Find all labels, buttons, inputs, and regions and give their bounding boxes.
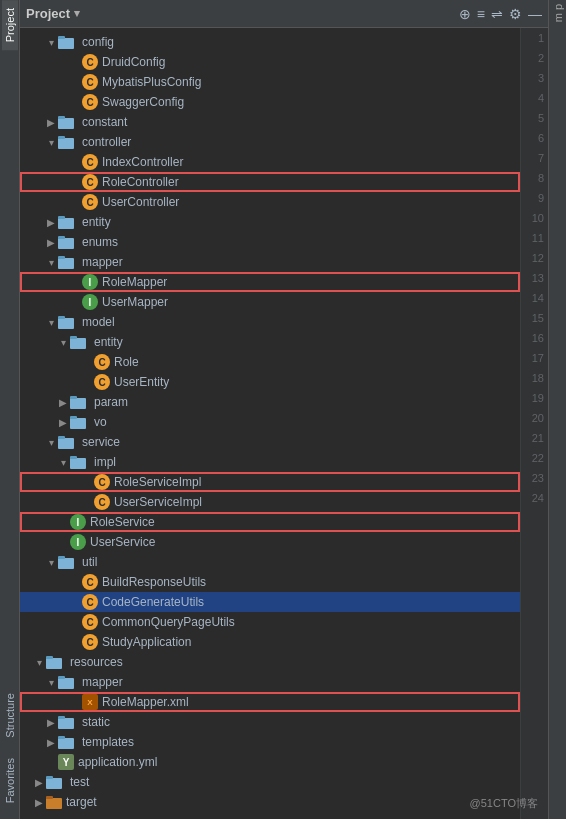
tree-item[interactable]: ▶target	[20, 792, 520, 812]
tree-item[interactable]: CCodeGenerateUtils	[20, 592, 520, 612]
minimize-icon[interactable]: —	[528, 6, 542, 22]
tree-item[interactable]: CRole	[20, 352, 520, 372]
file-type-icon: I	[70, 534, 86, 550]
tree-item-label: Role	[114, 355, 139, 369]
tree-item[interactable]: CUserController	[20, 192, 520, 212]
tree-item[interactable]: ▾model	[20, 312, 520, 332]
tree-item[interactable]: ▾controller	[20, 132, 520, 152]
tree-arrow-icon: ▾	[44, 137, 58, 148]
svg-rect-36	[46, 798, 62, 809]
line-number: 8	[538, 168, 544, 188]
collapse-all-icon[interactable]: ⇌	[491, 6, 503, 22]
file-type-icon: Y	[58, 754, 74, 770]
line-number: 22	[532, 448, 544, 468]
svg-rect-26	[46, 658, 62, 669]
tree-item[interactable]: ▶static	[20, 712, 520, 732]
line-number: 2	[538, 48, 544, 68]
tree-item[interactable]: ▶entity	[20, 212, 520, 232]
tree-item[interactable]: ▶constant	[20, 112, 520, 132]
side-tab-structure[interactable]: Structure	[2, 685, 18, 746]
line-number: 23	[532, 468, 544, 488]
svg-rect-2	[58, 118, 74, 129]
svg-rect-32	[58, 738, 74, 749]
tree-item[interactable]: ▶templates	[20, 732, 520, 752]
tree-item[interactable]: ▾service	[20, 432, 520, 452]
tree-item[interactable]: ▶param	[20, 392, 520, 412]
tree-item[interactable]: CIndexController	[20, 152, 520, 172]
svg-rect-16	[70, 398, 86, 409]
line-number: 1	[538, 28, 544, 48]
tree-item[interactable]: ▾entity	[20, 332, 520, 352]
file-type-icon	[58, 115, 78, 130]
svg-rect-4	[58, 138, 74, 149]
tree-item[interactable]: ▶enums	[20, 232, 520, 252]
line-number: 24	[532, 488, 544, 508]
right-side-panel: m p	[548, 0, 566, 819]
tree-item[interactable]: IUserMapper	[20, 292, 520, 312]
locate-icon[interactable]: ⊕	[459, 6, 471, 22]
file-type-icon: C	[82, 594, 98, 610]
tree-item[interactable]: ▾mapper	[20, 672, 520, 692]
tree-item[interactable]: CUserEntity	[20, 372, 520, 392]
tree-arrow-icon: ▶	[44, 717, 58, 728]
side-panel: Project Structure Favorites	[0, 0, 20, 819]
tree-item[interactable]: IRoleService	[20, 512, 520, 532]
tree-item[interactable]: CMybatisPlusConfig	[20, 72, 520, 92]
tree-item[interactable]: CCommonQueryPageUtils	[20, 612, 520, 632]
tree-item[interactable]: XRoleMapper.xml	[20, 692, 520, 712]
settings-icon[interactable]: ⚙	[509, 6, 522, 22]
tree-item-label: CommonQueryPageUtils	[102, 615, 235, 629]
svg-rect-1	[58, 36, 65, 39]
tree-item-label: application.yml	[78, 755, 157, 769]
tree-item[interactable]: CRoleController	[20, 172, 520, 192]
tree-arrow-icon: ▾	[32, 657, 46, 668]
tree-item[interactable]: ▾util	[20, 552, 520, 572]
svg-rect-17	[70, 396, 77, 399]
tree-item[interactable]: ▾impl	[20, 452, 520, 472]
tree-item-label: entity	[82, 215, 111, 229]
line-number: 12	[532, 248, 544, 268]
tree-item[interactable]: ▾mapper	[20, 252, 520, 272]
tree-item-label: test	[70, 775, 89, 789]
svg-rect-15	[70, 336, 77, 339]
tree-item[interactable]: IUserService	[20, 532, 520, 552]
file-type-icon	[46, 655, 66, 670]
svg-rect-35	[46, 776, 53, 779]
file-type-icon	[46, 775, 66, 790]
file-type-icon: C	[82, 154, 98, 170]
tree-item[interactable]: ▾config	[20, 32, 520, 52]
line-number: 11	[532, 228, 544, 248]
dropdown-arrow-icon[interactable]: ▾	[74, 7, 80, 20]
svg-rect-20	[58, 438, 74, 449]
tree-item[interactable]: ▶test	[20, 772, 520, 792]
file-type-icon: I	[70, 514, 86, 530]
tree-item[interactable]: CSwaggerConfig	[20, 92, 520, 112]
tree-item[interactable]: CStudyApplication	[20, 632, 520, 652]
file-type-icon	[58, 435, 78, 450]
tree-item[interactable]: ▶vo	[20, 412, 520, 432]
svg-rect-18	[70, 418, 86, 429]
tree-item-label: IndexController	[102, 155, 183, 169]
toolbar-title-area: Project ▾	[26, 6, 80, 21]
expand-all-icon[interactable]: ≡	[477, 6, 485, 22]
tree-item[interactable]: Yapplication.yml	[20, 752, 520, 772]
file-type-icon: C	[82, 634, 98, 650]
tree-item[interactable]: ▾resources	[20, 652, 520, 672]
tree-item[interactable]: CBuildResponseUtils	[20, 572, 520, 592]
tree-item[interactable]: CDruidConfig	[20, 52, 520, 72]
side-tab-favorites[interactable]: Favorites	[2, 750, 18, 811]
tree-arrow-icon: ▶	[44, 217, 58, 228]
svg-rect-27	[46, 656, 53, 659]
side-tab-project[interactable]: Project	[2, 0, 18, 50]
svg-rect-19	[70, 416, 77, 419]
tree-item-label: SwaggerConfig	[102, 95, 184, 109]
tree-item[interactable]: CRoleServiceImpl	[20, 472, 520, 492]
line-number: 18	[532, 368, 544, 388]
right-tab-label: m p	[552, 4, 564, 22]
tree-item-label: service	[82, 435, 120, 449]
tree-item[interactable]: IRoleMapper	[20, 272, 520, 292]
tree-item-label: StudyApplication	[102, 635, 191, 649]
tree-item[interactable]: CUserServiceImpl	[20, 492, 520, 512]
tree-item-label: RoleServiceImpl	[114, 475, 201, 489]
file-type-icon	[58, 315, 78, 330]
